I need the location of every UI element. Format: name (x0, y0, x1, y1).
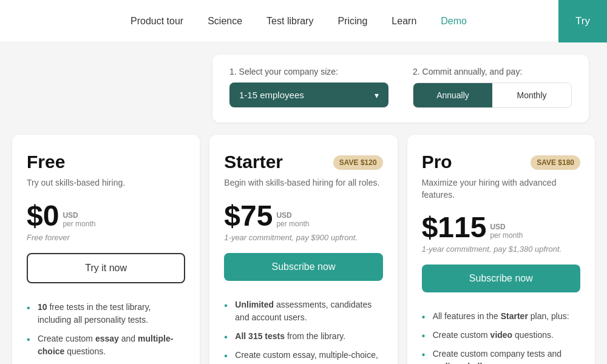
monthly-toggle[interactable]: Monthly (492, 83, 571, 107)
nav-links: Product tour Science Test library Pricin… (12, 16, 595, 27)
starter-plan-name: Starter (224, 152, 283, 172)
nav-learn[interactable]: Learn (392, 16, 416, 27)
list-item: Create custom essay and multiple-choice … (27, 329, 185, 361)
selector-box: 1. Select your company size: 1-15 employ… (212, 55, 589, 123)
list-item: All 315 tests from the library. (224, 327, 382, 346)
free-price-currency: USD (63, 211, 95, 220)
starter-price-row: $75 USD per month (224, 201, 382, 231)
starter-cta-button[interactable]: Subscribe now (224, 253, 382, 281)
starter-price-meta: USD per month (276, 211, 309, 231)
company-size-select[interactable]: 1-15 employees ▾ (229, 83, 388, 107)
pricing-cards: Free Try out skills-based hiring. $0 USD… (12, 135, 595, 364)
starter-features-list: Unlimited assessments, candidates and ac… (224, 295, 382, 364)
free-features-list: 10 free tests in the test library, inclu… (27, 298, 185, 364)
list-item: 10 free tests in the test library, inclu… (27, 298, 185, 329)
free-price-meta: USD per month (63, 211, 95, 231)
list-item: All features in the Starter plan, plus: (422, 307, 580, 326)
pro-save-badge: SAVE $180 (531, 155, 580, 170)
pro-price-period: per month (490, 231, 523, 240)
pro-commitment: 1-year commitment, pay $1,380 upfront. (422, 244, 580, 254)
list-item: Create custom company tests and coding c… (422, 345, 580, 364)
nav-try-button[interactable]: Try (558, 0, 607, 42)
billing-toggle: Annually Monthly (413, 83, 572, 108)
pro-price-amount: $115 (422, 213, 487, 242)
pro-cta-button[interactable]: Subscribe now (422, 265, 580, 292)
selector-row: 1. Select your company size: 1-15 employ… (229, 67, 572, 108)
free-price-amount: $0 (27, 201, 59, 231)
pro-price-meta: USD per month (490, 223, 523, 242)
free-plan-desc: Try out skills-based hiring. (27, 177, 185, 189)
nav-demo[interactable]: Demo (441, 16, 467, 27)
pro-price-row: $115 USD per month (422, 213, 580, 242)
free-forever-label: Free forever (27, 233, 185, 242)
pro-features-list: All features in the Starter plan, plus: … (422, 307, 580, 364)
list-item: Create custom video questions. (422, 326, 580, 345)
nav-product-tour[interactable]: Product tour (131, 16, 183, 27)
list-item: Unlimited assessments, candidates and ac… (224, 295, 382, 327)
list-item: Test premium features internally with 5 … (27, 361, 185, 364)
starter-commitment: 1-year commitment, pay $900 upfront. (224, 233, 382, 242)
starter-price-currency: USD (276, 211, 309, 220)
starter-price-amount: $75 (224, 201, 273, 231)
free-price-period: per month (63, 220, 95, 228)
chevron-down-icon: ▾ (375, 90, 379, 100)
nav-science[interactable]: Science (208, 16, 242, 27)
main-content: 1. Select your company size: 1-15 employ… (0, 42, 607, 364)
free-cta-button[interactable]: Try it now (27, 253, 185, 283)
free-plan-name: Free (27, 152, 65, 172)
pro-plan-name: Pro (422, 152, 452, 172)
starter-price-period: per month (276, 220, 309, 228)
annually-toggle[interactable]: Annually (413, 83, 492, 107)
nav-pricing[interactable]: Pricing (337, 16, 367, 27)
pro-plan-desc: Maximize your hiring with advanced featu… (422, 177, 580, 201)
pro-plan-header: Pro SAVE $180 (422, 152, 580, 172)
starter-plan-card: Starter SAVE $120 Begin with skills-base… (209, 135, 397, 364)
starter-save-badge: SAVE $120 (333, 155, 383, 170)
free-plan-card: Free Try out skills-based hiring. $0 USD… (12, 135, 200, 364)
company-size-col: 1. Select your company size: 1-15 employ… (229, 67, 388, 107)
navbar: Product tour Science Test library Pricin… (0, 0, 607, 42)
company-size-label: 1. Select your company size: (229, 67, 388, 76)
starter-plan-header: Starter SAVE $120 (224, 152, 382, 172)
nav-test-library[interactable]: Test library (266, 16, 313, 27)
pro-price-currency: USD (490, 223, 523, 231)
pro-plan-card: Pro SAVE $180 Maximize your hiring with … (407, 135, 595, 364)
company-size-value: 1-15 employees (239, 90, 304, 100)
starter-plan-desc: Begin with skills-based hiring for all r… (224, 177, 382, 189)
free-plan-header: Free (27, 152, 185, 172)
list-item: Create custom essay, multiple-choice, an… (224, 346, 382, 364)
billing-label: 2. Commit annually, and pay: (413, 67, 572, 76)
free-price-row: $0 USD per month (27, 201, 185, 231)
billing-col: 2. Commit annually, and pay: Annually Mo… (413, 67, 572, 108)
